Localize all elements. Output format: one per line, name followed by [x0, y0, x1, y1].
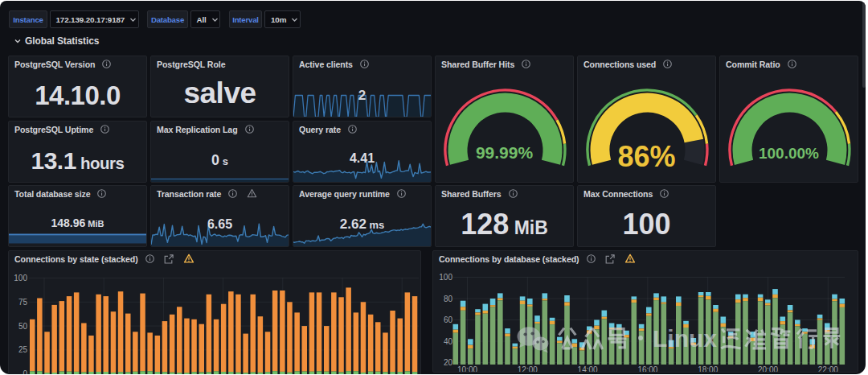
svg-text:0: 0: [23, 369, 27, 373]
svg-text:75: 75: [18, 298, 28, 307]
svg-text:Linux: Linux: [653, 325, 717, 352]
svg-text:80: 80: [444, 295, 453, 303]
svg-text:100: 100: [439, 273, 452, 282]
svg-text:25: 25: [18, 345, 28, 354]
svg-text:60: 60: [444, 315, 453, 324]
svg-text:40: 40: [444, 337, 453, 346]
svg-text:16:00: 16:00: [637, 365, 657, 373]
svg-text:50: 50: [18, 322, 28, 331]
svg-text:18:00: 18:00: [698, 365, 718, 373]
svg-text:100: 100: [14, 274, 27, 282]
svg-text:14:00: 14:00: [578, 365, 598, 373]
svg-text:20: 20: [444, 358, 453, 367]
svg-text:22:00: 22:00: [818, 365, 838, 373]
svg-text:12:00: 12:00: [518, 365, 538, 373]
svg-text:20:00: 20:00: [758, 365, 778, 373]
svg-text:10:00: 10:00: [457, 365, 477, 373]
